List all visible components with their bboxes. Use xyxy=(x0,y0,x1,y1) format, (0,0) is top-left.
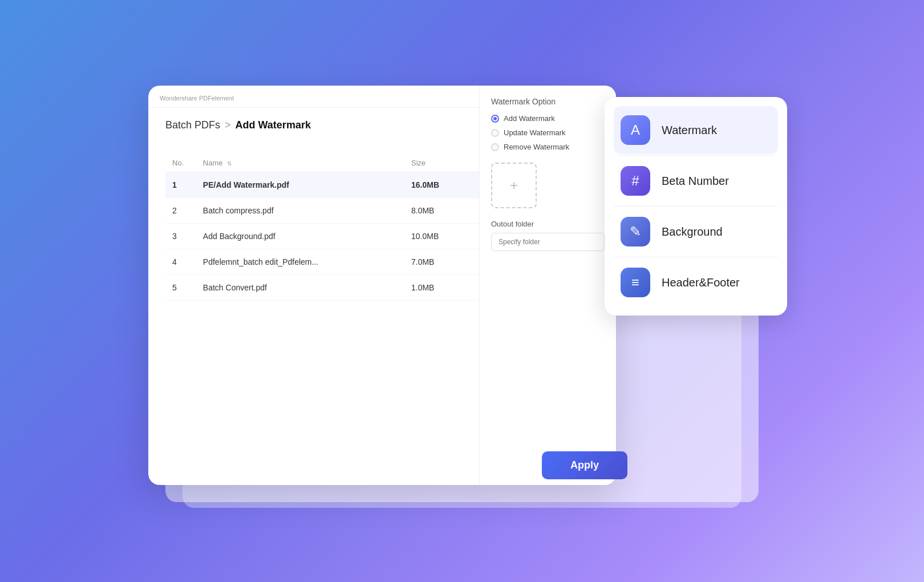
breadcrumb: Batch PDFs > Add Watermark xyxy=(165,119,311,131)
cell-name: Batch Convert.pdf xyxy=(196,275,404,301)
cell-size: 1.0MB xyxy=(404,275,474,301)
cell-size: 16.0MB xyxy=(404,172,474,198)
watermark-icon: A xyxy=(621,115,650,145)
background-icon: ✎ xyxy=(621,217,650,246)
beta-icon: # xyxy=(621,166,650,196)
menu-item-label-watermark: Watermark xyxy=(662,124,717,137)
apply-button[interactable]: Apply xyxy=(542,451,627,479)
sort-icon: ⇅ xyxy=(227,160,232,167)
watermark-placeholder[interactable]: + xyxy=(491,163,537,208)
radio-label: Update Watermark xyxy=(504,128,566,137)
output-folder-label: Outout folder xyxy=(491,220,605,228)
cell-no: 4 xyxy=(165,249,196,275)
menu-divider xyxy=(614,257,778,257)
radio-item[interactable]: Update Watermark xyxy=(491,128,605,137)
cell-no: 3 xyxy=(165,224,196,249)
cell-name: Batch compress.pdf xyxy=(196,198,404,224)
radio-label: Remove Watermark xyxy=(504,143,569,151)
breadcrumb-current: Add Watermark xyxy=(236,119,311,131)
menu-divider xyxy=(614,155,778,156)
headerfooter-icon: ≡ xyxy=(621,268,650,297)
radio-group: Add WatermarkUpdate WatermarkRemove Wate… xyxy=(491,114,605,151)
col-name: Name ⇅ xyxy=(196,154,404,172)
cell-no: 5 xyxy=(165,275,196,301)
main-wrapper: Wondershare PDFelement Batch PDFs > Add … xyxy=(148,86,776,496)
cell-size: 7.0MB xyxy=(404,249,474,275)
app-title: Wondershare PDFelement xyxy=(160,95,234,102)
radio-circle xyxy=(491,129,499,137)
menu-item-background[interactable]: ✎ Background xyxy=(614,208,778,256)
add-watermark-icon: + xyxy=(510,177,518,193)
menu-item-label-headerfooter: Header&Footer xyxy=(662,276,740,289)
cell-no: 1 xyxy=(165,172,196,198)
floating-menu: A Watermark # Beta Number ✎ Background ≡… xyxy=(605,97,787,316)
radio-circle xyxy=(491,143,499,151)
cell-name: Add Background.pdf xyxy=(196,224,404,249)
main-window: Wondershare PDFelement Batch PDFs > Add … xyxy=(148,86,616,485)
breadcrumb-separator: > xyxy=(225,119,231,131)
menu-item-label-beta: Beta Number xyxy=(662,175,729,188)
radio-label: Add Watermark xyxy=(504,114,555,123)
menu-item-watermark[interactable]: A Watermark xyxy=(614,106,778,154)
breadcrumb-batch: Batch PDFs xyxy=(165,119,220,131)
output-folder-input[interactable] xyxy=(491,233,605,251)
cell-size: 10.0MB xyxy=(404,224,474,249)
col-size: Size xyxy=(404,154,474,172)
menu-item-headerfooter[interactable]: ≡ Header&Footer xyxy=(614,258,778,306)
menu-divider xyxy=(614,206,778,207)
radio-circle xyxy=(491,115,499,123)
menu-item-label-background: Background xyxy=(662,225,723,239)
col-no: No. xyxy=(165,154,196,172)
cell-no: 2 xyxy=(165,198,196,224)
radio-item[interactable]: Remove Watermark xyxy=(491,143,605,151)
watermark-option-title: Watermark Option xyxy=(491,97,605,106)
cell-name: Pdfelemnt_batch edit_Pdfelem... xyxy=(196,249,404,275)
menu-item-beta[interactable]: # Beta Number xyxy=(614,157,778,205)
cell-name: PE/Add Watermark.pdf xyxy=(196,172,404,198)
cell-size: 8.0MB xyxy=(404,198,474,224)
watermark-options-panel: Watermark Option Add WatermarkUpdate Wat… xyxy=(479,86,616,485)
radio-item[interactable]: Add Watermark xyxy=(491,114,605,123)
